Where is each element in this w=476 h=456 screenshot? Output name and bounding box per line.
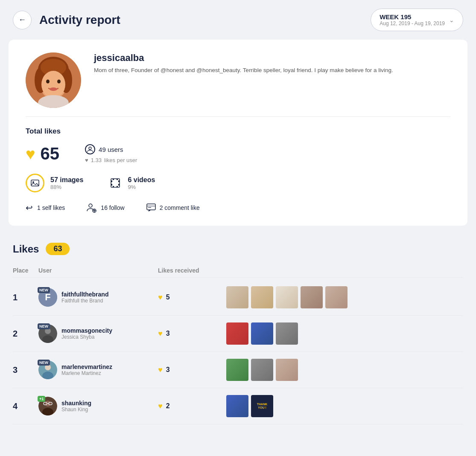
rank-badge: +1 bbox=[38, 396, 45, 402]
likes-value: 3 bbox=[166, 330, 170, 337]
svg-rect-27 bbox=[147, 204, 155, 210]
stats-row-actions: ↩ 1 self likes 16 follow bbox=[26, 203, 450, 213]
users-count: 49 users bbox=[85, 144, 137, 154]
likes-header: Likes 63 bbox=[13, 243, 463, 255]
videos-stat: 6 videos 9% bbox=[109, 176, 155, 190]
place-number: 2 bbox=[13, 329, 18, 338]
svg-rect-16 bbox=[111, 184, 112, 186]
user-handle: faithfullthebrand bbox=[61, 291, 108, 298]
user-info: shaunking Shaun King bbox=[61, 400, 91, 412]
thumbnails-cell bbox=[226, 359, 463, 381]
videos-count: 6 videos bbox=[128, 176, 155, 184]
thumbnail bbox=[325, 286, 348, 308]
heart-icon-sm: ♥ bbox=[158, 402, 163, 411]
svg-rect-18 bbox=[118, 184, 120, 186]
thumbnails-cell: THANKYOU ! bbox=[226, 395, 463, 417]
images-stat: 57 images 88% bbox=[26, 174, 83, 192]
thumbnail bbox=[276, 322, 298, 345]
profile-top: jessicaalba Mom of three, Founder of @ho… bbox=[26, 52, 450, 117]
page-title: Activity report bbox=[39, 13, 120, 27]
svg-rect-22 bbox=[117, 186, 118, 187]
likes-value: 5 bbox=[166, 293, 170, 301]
avatar bbox=[26, 52, 81, 108]
likes-number: 65 bbox=[41, 144, 60, 163]
thumbnail bbox=[251, 322, 273, 345]
stats-row-likes: ♥ 65 49 users ♥ 1.33 likes per us bbox=[26, 144, 450, 163]
reply-icon: ↩ bbox=[26, 203, 33, 213]
table-header: Place User Likes received bbox=[13, 264, 463, 278]
likes-per-user-value: 1.33 bbox=[91, 157, 102, 163]
total-likes-label: Total likes bbox=[26, 127, 450, 136]
likes-section: Likes 63 Place User Likes received 1 NEW… bbox=[0, 234, 476, 433]
follow-icon bbox=[86, 203, 96, 213]
likes-per-user: ♥ 1.33 likes per user bbox=[85, 157, 137, 163]
image-icon bbox=[30, 178, 40, 188]
week-selector[interactable]: WEEK 195 Aug 12, 2019 - Aug 19, 2019 ⌄ bbox=[371, 9, 463, 31]
avatar-illustration bbox=[26, 52, 81, 108]
heart-icon-sm: ♥ bbox=[158, 329, 163, 338]
user-display-name: Shaun King bbox=[61, 407, 91, 412]
user-info: marlenevmartinez Marlene Martinez bbox=[61, 363, 112, 376]
likes-badge: 63 bbox=[46, 243, 70, 255]
user-avatar-wrap: NEW bbox=[38, 324, 57, 343]
svg-rect-20 bbox=[117, 179, 118, 180]
images-stat-info: 57 images 88% bbox=[50, 176, 83, 190]
thumbnail bbox=[226, 395, 248, 417]
profile-username: jessicaalba bbox=[94, 52, 450, 64]
thumbnail bbox=[226, 359, 248, 381]
new-badge: NEW bbox=[38, 287, 50, 293]
place-cell: 3 bbox=[13, 365, 38, 375]
thumbnail bbox=[251, 359, 273, 381]
table-row: 3 NEW marlenevmartinez Marlene Martinez … bbox=[13, 352, 463, 388]
likes-value: 3 bbox=[166, 366, 170, 374]
thumbnail bbox=[251, 286, 273, 308]
user-avatar-wrap: NEW F bbox=[38, 288, 57, 307]
back-button[interactable]: ← bbox=[13, 11, 32, 29]
profile-card: jessicaalba Mom of three, Founder of @ho… bbox=[9, 40, 467, 226]
user-cell: NEW marlenevmartinez Marlene Martinez bbox=[38, 360, 158, 379]
thankyou-text: THANKYOU ! bbox=[257, 403, 268, 409]
svg-rect-21 bbox=[113, 186, 114, 187]
svg-point-9 bbox=[50, 87, 57, 91]
thumbnail bbox=[226, 286, 248, 308]
col-place: Place bbox=[13, 267, 38, 274]
svg-rect-19 bbox=[113, 179, 114, 180]
thumbnails-cell bbox=[226, 286, 463, 308]
likes-title: Likes bbox=[13, 243, 39, 255]
likes-cell: ♥ 3 bbox=[158, 329, 226, 338]
place-number: 4 bbox=[13, 401, 18, 411]
user-icon bbox=[85, 144, 95, 154]
week-label: WEEK 195 bbox=[380, 13, 445, 20]
chevron-down-icon: ⌄ bbox=[449, 17, 454, 23]
user-handle: mommasgonecity bbox=[61, 327, 112, 334]
videos-pct: 9% bbox=[128, 184, 155, 190]
user-display-name: Jessica Shyba bbox=[61, 334, 112, 340]
user-handle: shaunking bbox=[61, 400, 91, 407]
new-badge: NEW bbox=[38, 360, 50, 366]
col-user: User bbox=[38, 267, 158, 274]
comment-like-stat: 2 comment like bbox=[146, 203, 200, 213]
user-display-name: Marlene Martinez bbox=[61, 370, 112, 376]
user-avatar-wrap: +1 bbox=[38, 397, 57, 415]
film-icon bbox=[109, 177, 122, 189]
film-strip-icon bbox=[110, 177, 121, 189]
follow-stat: 16 follow bbox=[86, 203, 124, 213]
header-left: ← Activity report bbox=[13, 11, 120, 29]
comment-icon bbox=[146, 203, 156, 213]
svg-point-8 bbox=[57, 80, 61, 84]
stats-section: Total likes ♥ 65 49 users ♥ bbox=[26, 127, 450, 213]
heart-icon-sm: ♥ bbox=[158, 366, 163, 375]
col-likes: Likes received bbox=[158, 267, 226, 274]
likes-cell: ♥ 2 bbox=[158, 402, 226, 411]
week-selector-info: WEEK 195 Aug 12, 2019 - Aug 19, 2019 bbox=[380, 13, 445, 26]
place-cell: 1 bbox=[13, 293, 38, 302]
images-pct: 88% bbox=[50, 184, 83, 190]
user-display-name: Faithfull the Brand bbox=[61, 298, 108, 304]
profile-info: jessicaalba Mom of three, Founder of @ho… bbox=[94, 52, 450, 75]
self-likes-text: 1 self likes bbox=[37, 204, 65, 211]
person-icon bbox=[87, 146, 93, 152]
thumbnail bbox=[276, 359, 298, 381]
svg-text:F: F bbox=[45, 292, 50, 302]
svg-rect-17 bbox=[118, 180, 120, 182]
likes-per-user-label: likes per user bbox=[104, 157, 137, 163]
